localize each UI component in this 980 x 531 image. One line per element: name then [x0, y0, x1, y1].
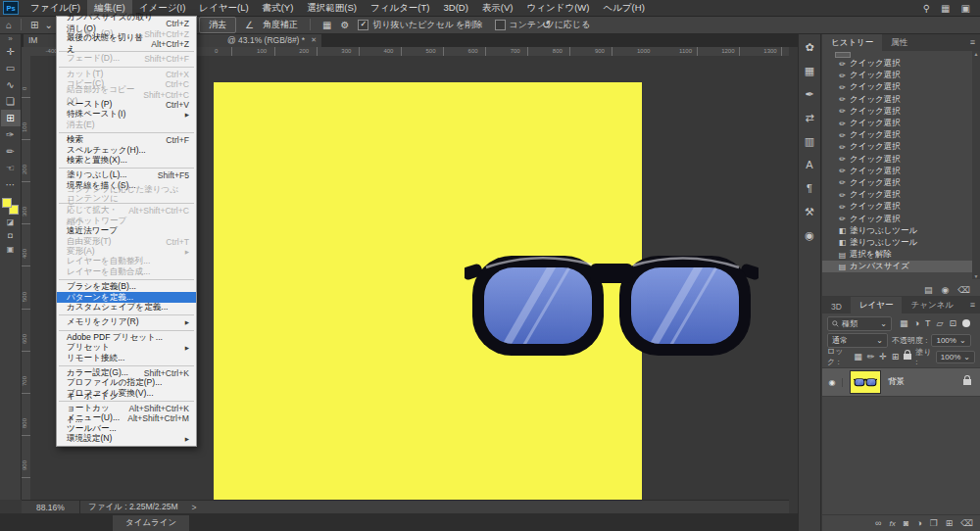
tab-properties[interactable]: 属性 [882, 34, 916, 51]
layer-visibility-eye-icon[interactable]: ◉ [822, 378, 843, 387]
history-state-row[interactable]: ✏クイック選択 [822, 70, 972, 81]
filter-shape-layers-icon[interactable]: ▱ [936, 318, 943, 328]
more-tools[interactable]: ⋯ [1, 176, 21, 193]
filter-smart-objects-icon[interactable]: ⊡ [949, 318, 956, 328]
swatches-panel-icon[interactable]: ▦ [805, 65, 814, 78]
character-panel-icon[interactable]: A [806, 159, 812, 172]
zoom-level-field[interactable]: 88.16% [22, 503, 79, 512]
filter-pixel-layers-icon[interactable]: ▦ [900, 318, 908, 328]
layer-filter-type-select[interactable]: 種類 ⌄ [827, 316, 892, 331]
clone-source-panel-icon[interactable]: ◉ [805, 229, 814, 243]
reset-tool-icon[interactable]: ↺ [542, 19, 551, 31]
clear-crop-button[interactable]: 消去 [199, 17, 236, 33]
history-scrollbar[interactable]: ▲ ▼ [972, 51, 980, 279]
straighten-icon[interactable]: ∠ [245, 20, 254, 30]
history-state-row[interactable]: ✏クイック選択 [822, 154, 972, 166]
workspace-switcher-icon[interactable]: ▦ [941, 3, 950, 14]
overlay-options-icon[interactable]: ▦ [322, 20, 331, 30]
menubar-item[interactable]: ウィンドウ(W) [520, 0, 597, 17]
layer-thumbnail[interactable] [850, 370, 881, 394]
history-state-row[interactable]: ✏クイック選択 [822, 81, 972, 93]
delete-cropped-pixels-checkbox[interactable]: ✓切り抜いたピクセル を削除 [358, 19, 482, 31]
lock-transparency-icon[interactable]: ▦ [854, 352, 862, 362]
menubar-item[interactable]: 表示(V) [475, 0, 520, 17]
history-state-row[interactable]: ◧塗りつぶしツール [822, 225, 972, 237]
history-state-row[interactable]: ✏クイック選択 [822, 129, 972, 141]
paragraph-panel-icon[interactable]: ¶ [807, 182, 812, 196]
new-group-icon[interactable]: ❐ [930, 518, 938, 528]
chevron-down-icon[interactable]: ⌄ [44, 20, 52, 30]
history-state-row[interactable]: ✏クイック選択 [822, 166, 972, 177]
link-layers-icon[interactable]: ∞ [875, 518, 881, 528]
opacity-select[interactable]: 100% ⌄ [931, 334, 970, 347]
history-state-row[interactable]: ✏クイック選択 [822, 201, 972, 213]
crop-tool[interactable]: ⊞ [1, 110, 21, 126]
lock-artboard-icon[interactable]: ⊞ [892, 352, 900, 362]
tab-timeline[interactable]: タイムライン [113, 515, 189, 531]
history-state-row[interactable]: ✏クイック選択 [822, 94, 972, 106]
scroll-up-icon[interactable]: ▲ [974, 51, 979, 57]
brush-tool[interactable]: ✏ [1, 143, 21, 160]
straighten-label[interactable]: 角度補正 [263, 19, 298, 31]
checkbox[interactable] [495, 20, 506, 30]
layer-name[interactable]: 背景 [888, 376, 963, 388]
marquee-tool[interactable]: ▭ [1, 60, 21, 76]
hand-tool[interactable]: ☜ [1, 160, 21, 176]
tab-layers[interactable]: レイヤー [851, 297, 903, 314]
eyedropper-tool[interactable]: ✑ [1, 126, 21, 143]
home-icon[interactable]: ⌂ [6, 20, 12, 30]
menubar-item[interactable]: フィルター(T) [364, 0, 437, 17]
filter-adjustment-layers-icon[interactable]: ◑ [914, 318, 919, 328]
history-state-row[interactable]: ✏クイック選択 [822, 118, 972, 129]
edit-menu-item[interactable]: カスタムシェイプを定義... [57, 303, 196, 313]
artboard[interactable] [214, 82, 642, 500]
layer-lock-icon[interactable] [963, 379, 971, 385]
history-state-row[interactable]: ▤カンバスサイズ [822, 261, 972, 272]
edit-menu-item[interactable]: 検索と置換(X)... [57, 156, 196, 166]
history-source-thumb[interactable] [835, 52, 851, 58]
crop-settings-gear-icon[interactable]: ⚙ [340, 20, 349, 30]
history-state-row[interactable]: ✏クイック選択 [822, 141, 972, 153]
lock-pixels-icon[interactable]: ✏ [867, 352, 875, 362]
foreground-color-swatch[interactable] [2, 198, 12, 208]
delete-state-icon[interactable]: ⌫ [957, 285, 970, 295]
edit-menu-item[interactable]: メモリをクリア(R)▶ [57, 317, 196, 327]
libraries-panel-icon[interactable]: ▥ [805, 135, 814, 149]
tool-presets-panel-icon[interactable]: ⚒ [805, 206, 814, 219]
layer-row-background[interactable]: ◉ 背景 [822, 367, 980, 397]
checkbox[interactable]: ✓ [358, 20, 368, 30]
move-tool[interactable]: ✛ [1, 43, 21, 60]
quick-mask-icon[interactable]: ◘ [1, 228, 21, 242]
edit-menu-item[interactable]: 最後の状態を切り替えAlt+Ctrl+Z [57, 39, 196, 49]
tab-3d[interactable]: 3D [822, 299, 851, 314]
add-mask-icon[interactable]: ◙ [904, 518, 908, 528]
object-selection-tool[interactable]: ❏ [1, 93, 21, 110]
history-state-row[interactable]: ✏クイック選択 [822, 177, 972, 189]
tab-channels[interactable]: チャンネル [902, 297, 962, 314]
lock-position-icon[interactable]: ✛ [879, 352, 887, 362]
adjustments-panel-icon[interactable]: ⇄ [805, 112, 813, 125]
delete-layer-icon[interactable]: ⌫ [960, 518, 973, 528]
panel-arrange-icon[interactable]: ▣ [961, 3, 970, 14]
status-options-chevron[interactable]: > [192, 503, 197, 512]
lock-all-icon[interactable] [904, 354, 911, 360]
panel-menu-icon[interactable]: ≡ [970, 37, 975, 47]
menubar-item[interactable]: 書式(Y) [256, 0, 301, 17]
menubar-item[interactable]: 3D(D) [437, 0, 475, 17]
edit-menu-item[interactable]: リモート接続... [57, 353, 196, 362]
default-colors-icon[interactable]: ◪ [1, 215, 21, 228]
menubar-item[interactable]: ヘルプ(H) [596, 0, 651, 17]
edit-menu-item[interactable]: 環境設定(N)▶ [57, 434, 196, 444]
history-state-row[interactable]: ✏クイック選択 [822, 106, 972, 118]
color-panel-icon[interactable]: ✿ [805, 41, 813, 55]
history-state-row[interactable]: ✏クイック選択 [822, 213, 972, 224]
history-state-row[interactable]: ✏クイック選択 [822, 189, 972, 201]
lasso-tool[interactable]: ∿ [1, 76, 21, 93]
panel-menu-icon[interactable]: ≡ [970, 300, 975, 310]
scroll-down-icon[interactable]: ▼ [974, 273, 979, 279]
layer-effects-icon[interactable]: fx [890, 519, 896, 528]
filter-type-layers-icon[interactable]: T [925, 318, 931, 328]
history-state-row[interactable]: ◧塗りつぶしツール [822, 237, 972, 249]
adjustment-layer-icon[interactable]: ◑ [916, 518, 921, 528]
menubar-item[interactable]: レイヤー(L) [192, 0, 255, 17]
